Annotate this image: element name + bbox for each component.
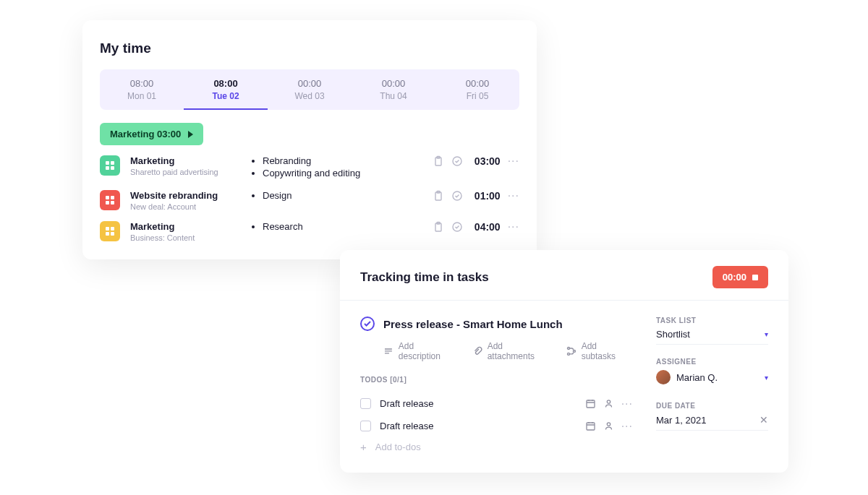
assignee-field-group: ASSIGNEE Marian Q. ▾ [656,358,768,389]
todo-checkbox[interactable] [360,398,371,409]
day-mon[interactable]: 08:00 Mon 01 [100,69,184,110]
project-color-icon [100,221,120,241]
tasklist-select[interactable]: Shortlist ▾ [656,329,768,345]
calendar-icon[interactable] [585,398,596,409]
task-main: Press release - Smart Home Lunch Add des… [360,317,633,452]
todo-checkbox[interactable] [360,421,371,431]
svg-rect-8 [111,196,114,199]
add-todos-button[interactable]: + Add to-dos [360,442,633,452]
person-icon[interactable] [603,421,614,431]
entry-actions: 03:00 ··· [433,155,519,167]
svg-point-25 [607,400,610,403]
svg-rect-17 [111,232,114,236]
task-complete-checkbox[interactable] [360,317,375,331]
lines-icon [383,346,393,356]
more-icon[interactable]: ··· [508,222,519,232]
todo-label: Draft release [380,398,576,409]
svg-rect-7 [106,196,109,199]
add-description-button[interactable]: Add description [383,341,458,361]
more-icon[interactable]: ··· [621,421,633,431]
task-sidebar: TASK LIST Shortlist ▾ ASSIGNEE Marian Q.… [656,317,768,452]
svg-rect-2 [106,166,109,170]
project-meta: Marketing Sharetto paid advertising [130,155,242,176]
time-entry: Website rebranding New deal: Account Des… [100,190,519,211]
svg-rect-0 [106,161,109,165]
task-detail-card: Tracking time in tasks 00:00 Press relea… [340,250,788,473]
entry-duration: 01:00 [475,190,501,202]
task-title: Press release - Smart Home Lunch [383,318,563,330]
clear-icon[interactable]: ✕ [760,414,768,426]
day-wed[interactable]: 00:00 Wed 03 [268,69,352,110]
entry-duration: 04:00 [475,221,501,233]
more-icon[interactable]: ··· [508,156,519,166]
page-title: My time [100,40,519,56]
svg-rect-3 [111,166,114,170]
clipboard-icon[interactable] [433,190,444,202]
card-title: Tracking time in tasks [360,270,489,285]
todo-item: Draft release ··· [360,415,633,437]
svg-point-22 [573,350,575,352]
time-entry-list: Marketing Sharetto paid advertising Rebr… [100,155,519,242]
more-icon[interactable]: ··· [621,399,633,409]
project-color-icon [100,190,120,210]
svg-point-27 [607,423,610,426]
add-attachments-button[interactable]: Add attachments [472,341,552,361]
check-circle-icon[interactable] [451,155,463,167]
duedate-field-group: DUE DATE Mar 1, 2021 ✕ [656,402,768,431]
entry-actions: 04:00 ··· [433,221,519,233]
timer-value: 00:00 [723,272,746,283]
day-fri[interactable]: 00:00 Fri 05 [435,69,519,110]
svg-rect-1 [111,161,114,165]
time-entry: Marketing Business: Content Research 04:… [100,221,519,242]
todo-label: Draft release [380,421,576,431]
timer-stop-button[interactable]: 00:00 [712,266,768,288]
todo-actions: ··· [585,421,633,431]
project-meta: Website rebranding New deal: Account [130,190,242,211]
project-meta: Marketing Business: Content [130,221,242,242]
day-tue[interactable]: 08:00 Tue 02 [184,69,268,110]
task-body: Press release - Smart Home Lunch Add des… [340,301,788,473]
svg-point-23 [567,353,569,355]
entry-actions: 01:00 ··· [433,190,519,202]
stop-icon [752,275,758,280]
project-color-icon [100,155,120,176]
tasklist-field-group: TASK LIST Shortlist ▾ [656,317,768,345]
play-icon [188,131,193,138]
chevron-down-icon: ▾ [765,330,768,338]
time-entry: Marketing Sharetto paid advertising Rebr… [100,155,519,180]
assignee-select[interactable]: Marian Q. ▾ [656,370,768,389]
week-selector: 08:00 Mon 01 08:00 Tue 02 00:00 Wed 03 0… [100,69,519,110]
chevron-down-icon: ▾ [765,374,768,382]
clipboard-icon[interactable] [433,155,444,167]
plus-icon: + [360,442,367,452]
person-icon[interactable] [603,398,614,409]
svg-point-21 [567,347,569,349]
svg-rect-26 [587,423,595,430]
todo-actions: ··· [585,398,633,409]
avatar [656,370,671,384]
clipboard-icon[interactable] [433,221,444,233]
task-list: Design [252,190,422,202]
add-subtasks-button[interactable]: Add subtasks [566,341,633,361]
paperclip-icon [472,346,482,356]
duedate-label: DUE DATE [656,402,768,410]
mytime-card: My time 08:00 Mon 01 08:00 Tue 02 00:00 … [82,20,537,259]
check-circle-icon[interactable] [451,221,463,233]
svg-rect-24 [587,400,595,408]
task-list: Research [252,221,422,233]
task-header: Tracking time in tasks 00:00 [340,250,788,300]
svg-rect-14 [106,227,109,231]
more-icon[interactable]: ··· [508,191,519,201]
calendar-icon[interactable] [585,421,596,431]
running-timer-label: Marketing 03:00 [110,129,181,139]
svg-rect-9 [106,201,109,205]
svg-rect-10 [111,201,114,205]
duedate-field[interactable]: Mar 1, 2021 ✕ [656,414,768,431]
todos-header: TODOS [0/1] [360,376,633,384]
running-timer-badge[interactable]: Marketing 03:00 [100,123,203,145]
task-quick-actions: Add description Add attachments Add subt… [383,341,633,361]
check-circle-icon[interactable] [451,190,463,202]
day-thu[interactable]: 00:00 Thu 04 [352,69,435,110]
svg-rect-15 [111,227,114,231]
assignee-label: ASSIGNEE [656,358,768,366]
